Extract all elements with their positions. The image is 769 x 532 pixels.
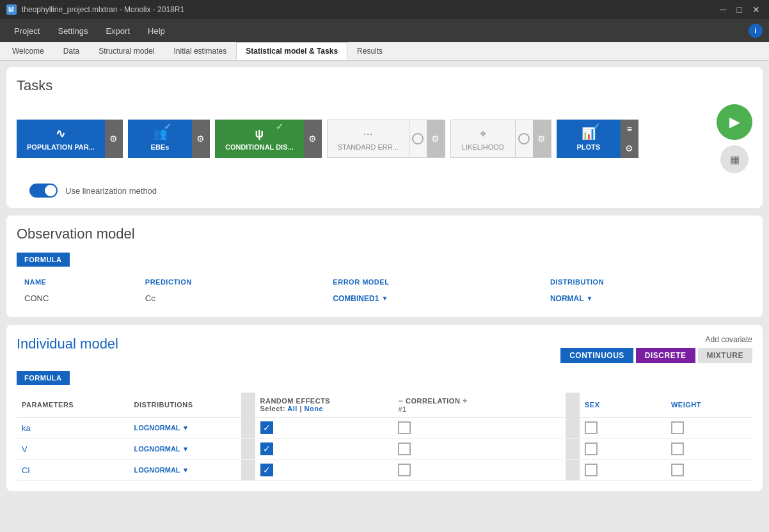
ka-dist-dropdown[interactable]: LOGNORMAL ▼ [134,424,235,432]
results-button[interactable]: ▦ [720,145,749,173]
corr-minus[interactable]: − [398,396,403,405]
rand-ka[interactable]: ✓ [255,418,393,439]
ka-weight-checkbox[interactable] [671,421,684,434]
menu-settings[interactable]: Settings [50,24,95,38]
obs-error-model[interactable]: COMBINED1 ▼ [325,290,543,307]
indiv-formula-button[interactable]: FORMULA [17,371,70,385]
distribution-dropdown[interactable]: NORMAL ▼ [550,294,745,303]
cl-dist-dropdown[interactable]: LOGNORMAL ▼ [134,466,235,474]
select-none-link[interactable]: None [305,405,324,412]
sep1-v [241,439,255,460]
cl-random-checkbox[interactable]: ✓ [260,464,273,476]
rand-cl[interactable]: ✓ [255,460,393,481]
tab-structural-model[interactable]: Structural model [89,42,164,60]
run-button[interactable]: ▶ [717,104,752,140]
likelihood-button[interactable]: ⌖ LIKELIHOOD [451,120,515,157]
indiv-header-left: Individual model [17,336,118,363]
th-sep1 [241,393,255,418]
cond-dist-icon: ψ [255,127,264,141]
v-dist-dropdown[interactable]: LOGNORMAL ▼ [134,445,235,453]
error-model-arrow: ▼ [381,295,388,302]
obs-header-error-model: ERROR MODEL [325,274,543,290]
pop-par-settings[interactable]: ⚙ [105,120,123,158]
param-v-link[interactable]: V [22,444,28,454]
v-sex-checkbox[interactable] [585,442,598,455]
indiv-model-title: Individual model [17,336,118,352]
cond-dist-btn-group: ψ CONDITIONAL DIS... ✓ ⚙ [215,120,322,158]
param-ka-link[interactable]: ka [22,423,31,433]
weight-ka[interactable] [666,418,752,439]
likelihood-settings[interactable]: ⚙ [533,120,551,157]
close-button[interactable]: ✕ [750,4,763,15]
ka-corr-checkbox[interactable] [398,421,411,434]
menu-bar: Project Settings Export Help i [0,19,769,42]
ka-sex-checkbox[interactable] [585,421,598,434]
add-covariate-label: Add covariate [706,335,752,344]
window-controls: ─ □ ✕ [718,4,763,15]
th-sep2 [566,393,580,418]
rand-v[interactable]: ✓ [255,439,393,460]
cond-dist-button[interactable]: ψ CONDITIONAL DIS... ✓ [215,120,304,158]
discrete-button[interactable]: DISCRETE [636,348,695,363]
select-all-link[interactable]: All [287,405,297,412]
cond-dist-settings[interactable]: ⚙ [304,120,322,158]
plots-check: ✓ [592,121,600,132]
continuous-button[interactable]: CONTINUOUS [560,348,633,363]
ka-random-checkbox[interactable]: ✓ [260,421,273,434]
tab-statistical-model[interactable]: Statistical model & Tasks [236,42,347,60]
maximize-button[interactable]: □ [734,4,745,15]
menu-help[interactable]: Help [140,24,173,38]
pop-par-group: ∿ POPULATION PAR... ⚙ [17,120,123,158]
cl-sex-checkbox[interactable] [585,464,598,476]
dist-v[interactable]: LOGNORMAL ▼ [129,439,241,460]
plots-button[interactable]: 📊 PLOTS ✓ [557,120,621,158]
tab-bar: Welcome Data Structural model Initial es… [0,42,769,61]
pop-par-button[interactable]: ∿ POPULATION PAR... [17,120,105,158]
th-parameters: PARAMETERS [17,393,129,418]
pop-par-btn-group: ∿ POPULATION PAR... ⚙ [17,120,123,158]
v-corr-checkbox[interactable] [398,442,411,455]
weight-v[interactable] [666,439,752,460]
toggle-row: Use linearization method [17,184,752,198]
mixture-button[interactable]: MIXTURE [698,348,753,363]
error-model-dropdown[interactable]: COMBINED1 ▼ [333,294,535,303]
likelihood-circle[interactable] [515,120,533,157]
sex-cl[interactable] [580,460,666,481]
th-correlation: − CORRELATION + #1 [393,393,566,418]
ebes-button[interactable]: 👥 EBEs ✓ [128,120,192,158]
ebes-settings[interactable]: ⚙ [192,120,210,158]
cl-corr-checkbox[interactable] [398,464,411,476]
plots-settings[interactable]: ⚙ [621,139,638,158]
tab-data[interactable]: Data [54,42,89,60]
obs-distribution[interactable]: NORMAL ▼ [543,290,752,307]
individual-model-section: Individual model Add covariate CONTINUOU… [6,325,763,491]
obs-formula-button[interactable]: FORMULA [17,253,70,267]
sex-v[interactable] [580,439,666,460]
menu-export[interactable]: Export [98,24,138,38]
param-cl-link[interactable]: Cl [22,465,29,475]
dist-cl[interactable]: LOGNORMAL ▼ [129,460,241,481]
corr-cl[interactable] [393,460,566,481]
std-err-settings[interactable]: ⚙ [427,120,445,157]
param-v: V [17,439,129,460]
v-random-checkbox[interactable]: ✓ [260,442,273,455]
weight-cl[interactable] [666,460,752,481]
v-weight-checkbox[interactable] [671,442,684,455]
cl-weight-checkbox[interactable] [671,464,684,476]
menu-project[interactable]: Project [6,24,47,38]
minimize-button[interactable]: ─ [718,4,729,15]
dist-ka[interactable]: LOGNORMAL ▼ [129,418,241,439]
sex-ka[interactable] [580,418,666,439]
info-badge[interactable]: i [749,24,763,38]
tab-initial-estimates[interactable]: Initial estimates [164,42,237,60]
corr-plus[interactable]: + [463,396,468,405]
row-cl: Cl LOGNORMAL ▼ ✓ [17,460,752,481]
corr-ka[interactable] [393,418,566,439]
std-err-circle[interactable] [409,120,427,157]
tab-welcome[interactable]: Welcome [3,42,54,60]
linearization-toggle[interactable] [29,184,58,198]
plots-list[interactable]: ≡ [621,120,638,139]
std-err-button[interactable]: ··· STANDARD ERR... [328,120,409,157]
tab-results[interactable]: Results [347,42,392,60]
corr-v[interactable] [393,439,566,460]
